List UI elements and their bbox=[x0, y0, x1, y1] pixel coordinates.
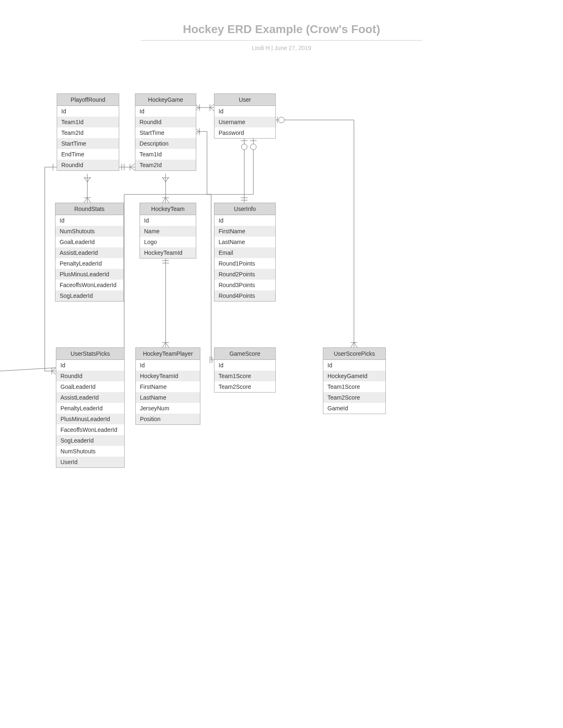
field: Team1Score bbox=[323, 381, 385, 392]
field: Id bbox=[136, 360, 200, 371]
field: SogLeaderId bbox=[56, 435, 124, 446]
entity-header: UserStatsPicks bbox=[56, 348, 124, 360]
field: Id bbox=[140, 215, 196, 226]
svg-line-36 bbox=[210, 104, 214, 108]
entity-hockeyteam[interactable]: HockeyTeam Id Name Logo HockeyTeamId bbox=[140, 203, 196, 259]
field: Username bbox=[214, 117, 275, 127]
svg-line-57 bbox=[354, 342, 357, 347]
field: FirstName bbox=[214, 226, 275, 237]
field: UserId bbox=[56, 457, 124, 467]
field: Description bbox=[135, 138, 196, 149]
entity-hockeyteamplayer[interactable]: HockeyTeamPlayer Id HockeyTeamId FirstNa… bbox=[135, 347, 200, 425]
field: Round2Points bbox=[214, 269, 275, 280]
svg-point-53 bbox=[279, 117, 284, 123]
field: RoundId bbox=[135, 117, 196, 127]
svg-line-30 bbox=[166, 342, 169, 347]
field: AssistLeaderId bbox=[55, 247, 123, 258]
field: AssistLeaderId bbox=[56, 392, 124, 403]
field: Round4Points bbox=[214, 290, 275, 301]
field: LastName bbox=[136, 392, 200, 403]
entity-userinfo[interactable]: UserInfo Id FirstName LastName Email Rou… bbox=[214, 203, 276, 302]
svg-line-15 bbox=[52, 371, 56, 374]
entity-header: GameScore bbox=[214, 348, 275, 360]
field: Id bbox=[323, 360, 385, 371]
field: Id bbox=[55, 215, 123, 226]
entity-header: UserScorePicks bbox=[323, 348, 385, 360]
field: Id bbox=[57, 106, 119, 117]
svg-line-21 bbox=[166, 198, 169, 203]
svg-line-9 bbox=[87, 177, 91, 182]
field: Team2Id bbox=[135, 160, 196, 170]
entity-header: UserInfo bbox=[214, 203, 275, 215]
field: FirstName bbox=[136, 381, 200, 392]
field: GameId bbox=[323, 403, 385, 414]
field: HockeyGameId bbox=[323, 371, 385, 381]
field: HockeyTeamId bbox=[136, 371, 200, 381]
entity-header: PlayoffRound bbox=[57, 94, 119, 106]
field: FaceoffsWonLeaderId bbox=[56, 424, 124, 435]
field: RoundId bbox=[56, 371, 124, 381]
field: Logo bbox=[140, 237, 196, 247]
svg-point-48 bbox=[250, 144, 256, 150]
field: JerseyNum bbox=[136, 403, 200, 414]
entity-user[interactable]: User Id Username Password bbox=[214, 93, 276, 139]
field: Team2Score bbox=[214, 381, 275, 392]
field: Id bbox=[214, 360, 275, 371]
field: Email bbox=[214, 247, 275, 258]
svg-line-29 bbox=[162, 342, 166, 347]
field: PenaltyLeaderId bbox=[56, 403, 124, 414]
svg-line-37 bbox=[210, 108, 214, 111]
field: Team1Score bbox=[214, 371, 275, 381]
entity-userscorepicks[interactable]: UserScorePicks Id HockeyGameId Team1Scor… bbox=[323, 347, 386, 414]
entity-header: HockeyTeamPlayer bbox=[136, 348, 200, 360]
field: RoundId bbox=[57, 160, 119, 170]
field: Id bbox=[214, 106, 275, 117]
field: Position bbox=[136, 414, 200, 424]
field: Id bbox=[56, 360, 124, 371]
field: Team1Id bbox=[135, 149, 196, 160]
field: PlusMinusLeaderId bbox=[55, 269, 123, 280]
field: Team1Id bbox=[57, 117, 119, 127]
entity-header: User bbox=[214, 94, 275, 106]
svg-line-13 bbox=[0, 368, 56, 371]
field: SogLeaderId bbox=[55, 290, 123, 301]
entity-gamescore[interactable]: GameScore Id Team1Score Team2Score bbox=[214, 347, 276, 393]
svg-line-14 bbox=[52, 368, 56, 371]
field: HockeyTeamId bbox=[140, 247, 196, 258]
entity-playoffround[interactable]: PlayoffRound Id Team1Id Team2Id StartTim… bbox=[57, 93, 119, 171]
field: Id bbox=[135, 106, 196, 117]
field: EndTime bbox=[57, 149, 119, 160]
entity-userstatspicks[interactable]: UserStatsPicks Id RoundId GoalLeaderId A… bbox=[56, 347, 125, 468]
field: NumShutouts bbox=[55, 226, 123, 237]
svg-line-23 bbox=[162, 177, 166, 182]
svg-line-10 bbox=[84, 198, 87, 203]
entity-roundstats[interactable]: RoundStats Id NumShutouts GoalLeaderId A… bbox=[55, 203, 124, 302]
svg-line-56 bbox=[351, 342, 354, 347]
field: FaceoffsWonLeaderId bbox=[55, 280, 123, 290]
field: LastName bbox=[214, 237, 275, 247]
field: Round3Points bbox=[214, 280, 275, 290]
field: Password bbox=[214, 127, 275, 138]
field: Round1Points bbox=[214, 258, 275, 269]
field: Team2Id bbox=[57, 127, 119, 138]
entity-hockeygame[interactable]: HockeyGame Id RoundId StartTime Descript… bbox=[135, 93, 196, 171]
svg-line-8 bbox=[84, 177, 87, 182]
svg-line-11 bbox=[87, 198, 91, 203]
entity-header: HockeyGame bbox=[135, 94, 196, 106]
field: PenaltyLeaderId bbox=[55, 258, 123, 269]
entity-header: HockeyTeam bbox=[140, 203, 196, 215]
field: Name bbox=[140, 226, 196, 237]
entity-header: RoundStats bbox=[55, 203, 123, 215]
svg-point-44 bbox=[241, 144, 247, 150]
field: Team2Score bbox=[323, 392, 385, 403]
field: GoalLeaderId bbox=[55, 237, 123, 247]
field: StartTime bbox=[135, 127, 196, 138]
field: Id bbox=[214, 215, 275, 226]
svg-line-3 bbox=[130, 164, 135, 167]
svg-line-4 bbox=[130, 167, 135, 170]
field: NumShutouts bbox=[56, 446, 124, 457]
field: StartTime bbox=[57, 138, 119, 149]
erd-canvas: PlayoffRound Id Team1Id Team2Id StartTim… bbox=[0, 0, 563, 728]
field: GoalLeaderId bbox=[56, 381, 124, 392]
svg-line-24 bbox=[166, 177, 169, 182]
